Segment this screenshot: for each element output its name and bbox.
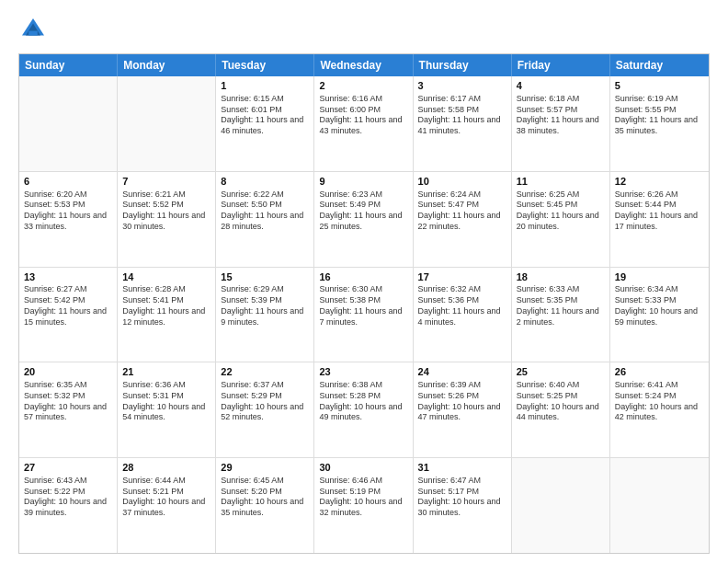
calendar-cell [610,458,709,553]
calendar-body: 1Sunrise: 6:15 AMSunset: 6:01 PMDaylight… [19,76,709,553]
cell-info: Sunrise: 6:45 AMSunset: 5:20 PMDaylight:… [221,476,309,519]
calendar-cell: 18Sunrise: 6:33 AMSunset: 5:35 PMDayligh… [512,268,610,362]
cell-info: Sunrise: 6:29 AMSunset: 5:39 PMDaylight:… [221,284,309,327]
calendar: SundayMondayTuesdayWednesdayThursdayFrid… [18,53,710,554]
cell-info: Sunrise: 6:18 AMSunset: 5:57 PMDaylight:… [517,94,605,137]
day-number: 5 [615,79,704,93]
day-number: 28 [122,461,210,475]
calendar-cell [512,458,610,553]
calendar-cell: 20Sunrise: 6:35 AMSunset: 5:32 PMDayligh… [19,362,118,457]
day-number: 19 [615,270,704,284]
calendar-cell: 26Sunrise: 6:41 AMSunset: 5:24 PMDayligh… [610,362,709,457]
calendar-cell: 29Sunrise: 6:45 AMSunset: 5:20 PMDayligh… [216,458,314,553]
calendar-cell: 8Sunrise: 6:22 AMSunset: 5:50 PMDaylight… [216,172,314,267]
day-number: 14 [122,270,210,284]
cell-info: Sunrise: 6:24 AMSunset: 5:47 PMDaylight:… [418,190,506,233]
calendar-cell: 11Sunrise: 6:25 AMSunset: 5:45 PMDayligh… [512,172,610,267]
day-number: 31 [418,461,506,475]
calendar-row: 27Sunrise: 6:43 AMSunset: 5:22 PMDayligh… [19,458,709,553]
calendar-cell: 2Sunrise: 6:16 AMSunset: 6:00 PMDaylight… [314,76,413,171]
cell-info: Sunrise: 6:38 AMSunset: 5:28 PMDaylight:… [319,380,407,423]
cell-info: Sunrise: 6:21 AMSunset: 5:52 PMDaylight:… [122,190,210,233]
calendar-cell: 9Sunrise: 6:23 AMSunset: 5:49 PMDaylight… [314,172,413,267]
calendar-cell: 6Sunrise: 6:20 AMSunset: 5:53 PMDaylight… [19,172,118,267]
calendar-row: 6Sunrise: 6:20 AMSunset: 5:53 PMDaylight… [19,172,709,268]
day-number: 10 [418,175,506,189]
day-number: 27 [24,461,112,475]
weekday-header: Saturday [610,54,709,76]
day-number: 12 [615,175,704,189]
calendar-row: 20Sunrise: 6:35 AMSunset: 5:32 PMDayligh… [19,362,709,458]
day-number: 23 [319,365,407,379]
day-number: 3 [418,79,506,93]
cell-info: Sunrise: 6:44 AMSunset: 5:21 PMDaylight:… [122,476,210,519]
calendar-cell: 23Sunrise: 6:38 AMSunset: 5:28 PMDayligh… [314,362,413,457]
cell-info: Sunrise: 6:37 AMSunset: 5:29 PMDaylight:… [221,380,309,423]
cell-info: Sunrise: 6:28 AMSunset: 5:41 PMDaylight:… [122,284,210,327]
day-number: 8 [221,175,309,189]
day-number: 29 [221,461,309,475]
day-number: 11 [517,175,605,189]
calendar-cell: 22Sunrise: 6:37 AMSunset: 5:29 PMDayligh… [216,362,314,457]
day-number: 2 [319,79,407,93]
day-number: 7 [122,175,210,189]
calendar-cell: 7Sunrise: 6:21 AMSunset: 5:52 PMDaylight… [118,172,216,267]
calendar-cell: 17Sunrise: 6:32 AMSunset: 5:36 PMDayligh… [414,268,512,362]
day-number: 4 [517,79,605,93]
cell-info: Sunrise: 6:40 AMSunset: 5:25 PMDaylight:… [517,380,605,423]
calendar-cell: 24Sunrise: 6:39 AMSunset: 5:26 PMDayligh… [414,362,512,457]
cell-info: Sunrise: 6:47 AMSunset: 5:17 PMDaylight:… [418,476,506,519]
svg-rect-2 [28,31,38,36]
logo-icon [18,15,48,44]
day-number: 20 [24,365,112,379]
cell-info: Sunrise: 6:19 AMSunset: 5:55 PMDaylight:… [615,94,704,137]
calendar-cell: 21Sunrise: 6:36 AMSunset: 5:31 PMDayligh… [118,362,216,457]
cell-info: Sunrise: 6:25 AMSunset: 5:45 PMDaylight:… [517,190,605,233]
cell-info: Sunrise: 6:39 AMSunset: 5:26 PMDaylight:… [418,380,506,423]
cell-info: Sunrise: 6:36 AMSunset: 5:31 PMDaylight:… [122,380,210,423]
day-number: 17 [418,270,506,284]
cell-info: Sunrise: 6:35 AMSunset: 5:32 PMDaylight:… [24,380,112,423]
day-number: 18 [517,270,605,284]
calendar-cell [118,76,216,171]
calendar-cell: 13Sunrise: 6:27 AMSunset: 5:42 PMDayligh… [19,268,118,362]
header [18,15,710,44]
calendar-header: SundayMondayTuesdayWednesdayThursdayFrid… [19,54,709,76]
calendar-cell: 5Sunrise: 6:19 AMSunset: 5:55 PMDaylight… [610,76,709,171]
calendar-cell: 10Sunrise: 6:24 AMSunset: 5:47 PMDayligh… [414,172,512,267]
day-number: 25 [517,365,605,379]
day-number: 22 [221,365,309,379]
day-number: 24 [418,365,506,379]
weekday-header: Wednesday [314,54,413,76]
calendar-cell: 30Sunrise: 6:46 AMSunset: 5:19 PMDayligh… [314,458,413,553]
calendar-cell: 28Sunrise: 6:44 AMSunset: 5:21 PMDayligh… [118,458,216,553]
day-number: 30 [319,461,407,475]
day-number: 15 [221,270,309,284]
cell-info: Sunrise: 6:17 AMSunset: 5:58 PMDaylight:… [418,94,506,137]
cell-info: Sunrise: 6:16 AMSunset: 6:00 PMDaylight:… [319,94,407,137]
calendar-cell: 16Sunrise: 6:30 AMSunset: 5:38 PMDayligh… [314,268,413,362]
cell-info: Sunrise: 6:32 AMSunset: 5:36 PMDaylight:… [418,284,506,327]
cell-info: Sunrise: 6:30 AMSunset: 5:38 PMDaylight:… [319,284,407,327]
cell-info: Sunrise: 6:15 AMSunset: 6:01 PMDaylight:… [221,94,309,137]
day-number: 1 [221,79,309,93]
cell-info: Sunrise: 6:22 AMSunset: 5:50 PMDaylight:… [221,190,309,233]
cell-info: Sunrise: 6:46 AMSunset: 5:19 PMDaylight:… [319,476,407,519]
calendar-cell: 14Sunrise: 6:28 AMSunset: 5:41 PMDayligh… [118,268,216,362]
calendar-cell: 27Sunrise: 6:43 AMSunset: 5:22 PMDayligh… [19,458,118,553]
cell-info: Sunrise: 6:26 AMSunset: 5:44 PMDaylight:… [615,190,704,233]
cell-info: Sunrise: 6:43 AMSunset: 5:22 PMDaylight:… [24,476,112,519]
calendar-cell: 4Sunrise: 6:18 AMSunset: 5:57 PMDaylight… [512,76,610,171]
day-number: 26 [615,365,704,379]
calendar-cell: 31Sunrise: 6:47 AMSunset: 5:17 PMDayligh… [414,458,512,553]
weekday-header: Friday [512,54,610,76]
calendar-cell: 15Sunrise: 6:29 AMSunset: 5:39 PMDayligh… [216,268,314,362]
weekday-header: Thursday [414,54,512,76]
day-number: 9 [319,175,407,189]
calendar-cell: 3Sunrise: 6:17 AMSunset: 5:58 PMDaylight… [414,76,512,171]
calendar-cell: 1Sunrise: 6:15 AMSunset: 6:01 PMDaylight… [216,76,314,171]
cell-info: Sunrise: 6:20 AMSunset: 5:53 PMDaylight:… [24,190,112,233]
day-number: 6 [24,175,112,189]
calendar-cell: 12Sunrise: 6:26 AMSunset: 5:44 PMDayligh… [610,172,709,267]
cell-info: Sunrise: 6:27 AMSunset: 5:42 PMDaylight:… [24,284,112,327]
